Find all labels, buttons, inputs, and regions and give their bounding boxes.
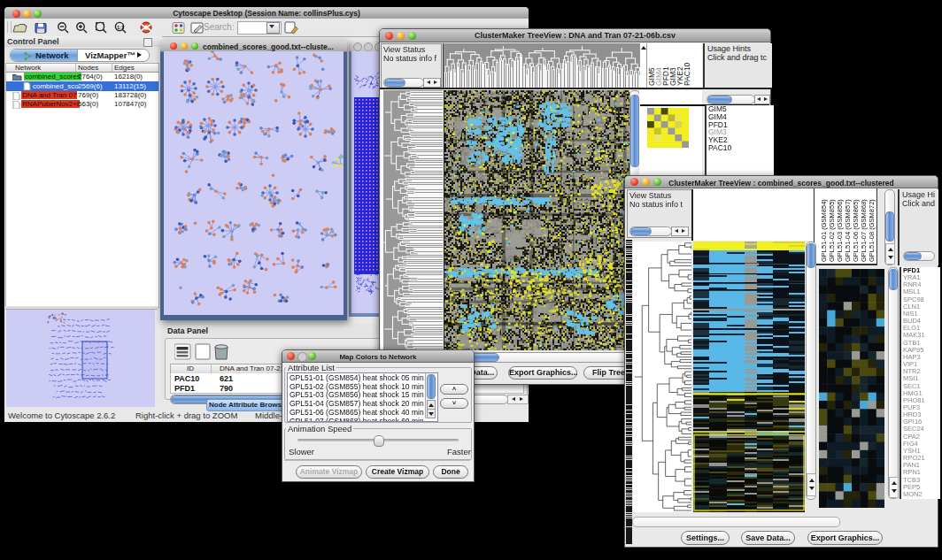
svg-text:1:1: 1:1 — [117, 25, 124, 30]
